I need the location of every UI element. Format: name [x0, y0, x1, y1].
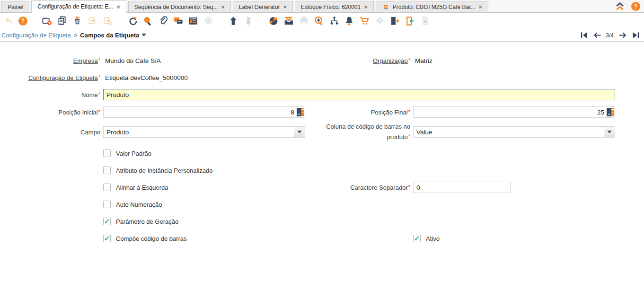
delete-record-icon[interactable] — [72, 16, 83, 26]
organizacao-label: Organização* — [305, 57, 410, 64]
row-configuracao-etiqueta: Configuração de Etiqueta* Etiqueta devCo… — [0, 69, 615, 86]
detail-record-icon — [243, 16, 254, 26]
notifications-icon[interactable] — [344, 16, 355, 26]
copy-record-icon[interactable] — [57, 16, 68, 26]
caractere-separador-label: Caractere Separador* — [305, 184, 410, 191]
row-atributo-instancia: Atributo de Instância Personalizado — [0, 162, 615, 179]
calculator-icon[interactable]: −+ — [297, 108, 304, 116]
new-record-icon[interactable] — [42, 16, 53, 26]
empresa-label: Empresa* — [0, 57, 100, 64]
attachment-icon[interactable] — [158, 16, 168, 26]
record-navigation: 3/4 — [579, 29, 640, 42]
chevron-down-icon[interactable] — [604, 127, 615, 137]
product-info-icon[interactable] — [359, 16, 370, 26]
campo-label: Campo — [0, 129, 100, 136]
checkbox-label: Parâmetro de Geração — [116, 218, 178, 225]
close-icon[interactable]: × — [221, 4, 225, 10]
find-icon[interactable] — [142, 16, 153, 26]
switch-role-icon[interactable] — [405, 16, 415, 26]
breadcrumb-bar: Configuração de Etiqueta > Campos da Eti… — [0, 29, 644, 42]
tab-label: Label Generator — [239, 4, 280, 10]
checkbox-label: Valor Padrão — [116, 150, 151, 157]
close-icon[interactable]: × — [283, 4, 287, 10]
requery-icon[interactable] — [127, 16, 138, 26]
tab-sequencia-documento[interactable]: Seqüência de Documento: Seq... × — [128, 1, 231, 12]
parent-record-icon[interactable] — [228, 16, 239, 26]
posicao-final-input[interactable] — [413, 106, 615, 118]
checkbox-label: Compôe código de barras — [116, 235, 187, 242]
posicao-final-label: Posição Final* — [305, 109, 410, 116]
row-auto-numeracao: Auto Numeração — [0, 196, 615, 213]
toolbar: ? — [0, 13, 644, 29]
help-icon[interactable]: ? — [18, 17, 27, 26]
report-icon[interactable] — [188, 16, 199, 26]
record-position: 3/4 — [606, 32, 614, 39]
tab-painel[interactable]: Painel — [1, 1, 29, 12]
tab-bar: Painel Configuração de Etiqueta: E... × … — [0, 0, 644, 13]
posicao-inicial-input[interactable] — [103, 106, 305, 118]
chevron-down-icon[interactable] — [294, 127, 305, 137]
logout-icon[interactable] — [389, 16, 400, 26]
export-icon — [420, 16, 431, 26]
tab-produto[interactable]: Produto: CBGTM25G Café Bar... × — [376, 1, 488, 12]
zoom-across-icon[interactable] — [314, 16, 325, 26]
caractere-separador-input[interactable] — [413, 182, 511, 193]
row-parametro-geracao: Parâmetro de Geração — [0, 213, 615, 230]
tab-label: Configuração de Etiqueta: E... — [37, 3, 113, 10]
tab-configuracao-etiqueta[interactable]: Configuração de Etiqueta: E... × — [31, 0, 126, 13]
label-field-form: Empresa* Mundo do Café S/A Organização* … — [0, 42, 615, 247]
tab-label: Seqüência de Documento: Seq... — [134, 4, 218, 10]
archive-icon[interactable] — [283, 16, 294, 26]
organizacao-value: Matriz — [413, 57, 432, 64]
calculator-icon[interactable]: −+ — [607, 108, 614, 116]
config-etiqueta-label: Configuração de Etiqueta* — [0, 74, 100, 81]
cart-icon — [382, 4, 389, 10]
row-posicoes: Posição Inicial* −+ Posição Final* −+ — [0, 103, 615, 121]
campo-select[interactable]: Produto — [103, 126, 305, 138]
checkbox-label: Ativo — [426, 235, 440, 242]
row-empresa-organizacao: Empresa* Mundo do Café S/A Organização* … — [0, 52, 615, 69]
collapse-header-icon[interactable] — [613, 1, 626, 12]
close-icon[interactable]: × — [116, 4, 120, 10]
checkbox-label: Alinhar à Esquerda — [116, 184, 168, 191]
close-icon[interactable]: × — [364, 4, 368, 10]
previous-record-button[interactable] — [592, 31, 602, 40]
chat-icon[interactable] — [173, 16, 184, 26]
last-record-button[interactable] — [631, 31, 640, 40]
chevron-down-icon[interactable] — [141, 34, 146, 36]
config-etiqueta-value: Etiqueta devCoffee_5000000 — [103, 74, 188, 81]
nome-label: Nome* — [0, 91, 100, 98]
header-help-icon[interactable]: ? — [631, 2, 640, 11]
tab-label-generator[interactable]: Label Generator × — [233, 1, 293, 12]
checkbox-alinhar-esquerda[interactable] — [103, 184, 111, 191]
breadcrumb-parent-link[interactable]: Configuração de Etiqueta — [1, 32, 71, 39]
tab-label: Painel — [8, 4, 23, 10]
coluna-codigo-select[interactable]: Value — [413, 126, 615, 138]
print-icon — [299, 16, 309, 26]
checkbox-ativo[interactable] — [413, 235, 421, 242]
next-record-button[interactable] — [618, 31, 627, 40]
row-valor-padrao: Valor Padrão — [0, 145, 615, 162]
checkbox-label: Atributo de Instância Personalizado — [116, 167, 213, 174]
nome-input[interactable] — [103, 89, 615, 100]
delete-selection-icon — [87, 16, 98, 26]
close-icon[interactable]: × — [479, 4, 483, 10]
tab-label: Estoque Físico: 620001 — [301, 4, 361, 10]
undo-icon — [3, 16, 14, 26]
application-window: Painel Configuração de Etiqueta: E... × … — [0, 0, 644, 290]
first-record-button[interactable] — [579, 31, 589, 40]
row-alinhar-esquerda: Alinhar à Esquerda Caractere Separador* — [0, 179, 615, 196]
checkbox-compoe-codigo-barras[interactable] — [103, 235, 111, 242]
workflow-icon[interactable] — [329, 16, 340, 26]
tab-estoque-fisico[interactable]: Estoque Físico: 620001 × — [295, 1, 374, 12]
checkbox-auto-numeracao[interactable] — [103, 201, 111, 208]
checkbox-valor-padrao[interactable] — [103, 149, 111, 157]
chart-icon[interactable] — [268, 16, 279, 26]
checkbox-label: Auto Numeração — [116, 201, 162, 208]
row-compoe-codigo: Compôe código de barras Ativo — [0, 230, 615, 247]
checkbox-atributo-instancia[interactable] — [103, 167, 111, 174]
preferences-icon — [374, 16, 385, 26]
row-campo-coluna: Campo Produto Coluna de código de barras… — [0, 121, 615, 143]
breadcrumb-current-tab[interactable]: Campos da Etiqueta — [80, 32, 139, 39]
checkbox-parametro-geracao[interactable] — [103, 218, 111, 225]
